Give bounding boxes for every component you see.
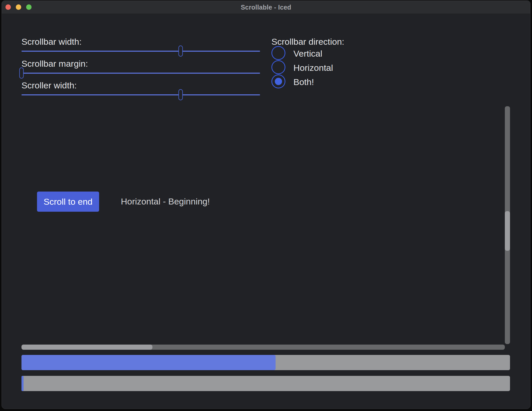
slider-handle[interactable] [19,67,24,79]
scroller-width-slider[interactable] [21,89,260,100]
radio-dot-icon [275,78,282,85]
progress-fill [21,355,276,370]
scroll-to-end-button[interactable]: Scroll to end [37,192,99,212]
radio-both[interactable] [271,74,285,88]
minimize-icon[interactable] [16,4,21,10]
window-title: Scrollable - Iced [241,4,291,11]
scrollbar-margin-slider[interactable] [21,67,260,79]
scrollbar-width-slider[interactable] [21,45,260,57]
radio-horizontal[interactable] [271,60,285,74]
slider-track[interactable] [21,73,260,74]
slider-track[interactable] [21,94,260,95]
radio-vertical-label[interactable]: Vertical [293,48,322,59]
vertical-scrollbar-rail[interactable] [505,106,510,344]
radio-both-label[interactable]: Both! [293,77,314,87]
window-controls [5,4,32,10]
horizontal-scrollbar-rail[interactable] [21,345,505,350]
vertical-scroller[interactable] [505,211,510,251]
radio-vertical[interactable] [271,46,285,60]
slider-track[interactable] [21,51,260,52]
zoom-icon[interactable] [26,4,32,10]
vertical-progress-bar [21,376,510,391]
app-window: Scrollable - Iced Scrollbar width: Scrol… [2,1,530,409]
close-icon[interactable] [5,4,11,10]
radio-horizontal-label[interactable]: Horizontal [293,63,333,73]
slider-handle[interactable] [178,89,183,100]
slider-handle[interactable] [178,45,183,57]
progress-fill [21,376,24,391]
horizontal-scroller[interactable] [21,345,152,350]
scrollbar-width-label: Scrollbar width: [21,36,82,47]
titlebar[interactable]: Scrollable - Iced [2,1,530,14]
horizontal-progress-bar [21,355,510,370]
scrollbar-direction-label: Scrollbar direction: [271,36,344,47]
scroll-status-text: Horizontal - Beginning! [121,196,210,207]
scroller-width-label: Scroller width: [21,80,77,90]
scrollbar-margin-label: Scrollbar margin: [21,58,88,69]
